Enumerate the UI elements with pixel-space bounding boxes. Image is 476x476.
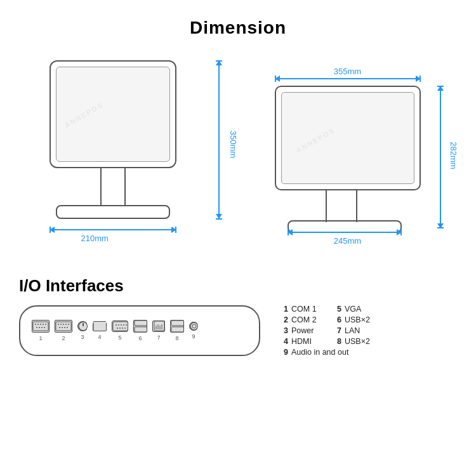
- legend-item-4: 4 HDMI: [279, 337, 317, 346]
- io-content: 1 2 3: [19, 305, 457, 357]
- dim-line-vertical: [218, 60, 220, 219]
- port-7-num: 7: [157, 334, 160, 341]
- legend-label-5: VGA: [345, 305, 361, 314]
- screen-side: [281, 92, 414, 184]
- dim-line-horizontal: [50, 229, 176, 230]
- legend-num-8: 8: [333, 337, 341, 346]
- legend-item-9: 9 Audio in and out: [279, 348, 370, 357]
- svg-rect-35: [154, 321, 164, 331]
- svg-point-6: [36, 327, 37, 328]
- svg-rect-10: [56, 322, 71, 331]
- legend-item-8: 8 USB×2: [333, 337, 370, 346]
- port-8-group: 8: [170, 320, 184, 341]
- legend-label-3: Power: [291, 326, 314, 335]
- svg-rect-0: [33, 322, 48, 331]
- svg-point-11: [58, 324, 59, 325]
- dim-label-height: 350mm: [228, 131, 238, 158]
- svg-point-18: [64, 327, 65, 328]
- side-view: 355mm 282mm 245mm ANNEPOS: [249, 60, 446, 251]
- port-serial-2: [55, 320, 72, 333]
- svg-point-7: [39, 327, 40, 328]
- svg-rect-33: [135, 321, 147, 326]
- port-6-group: 6: [133, 320, 147, 341]
- legend-label-4: HDMI: [291, 337, 312, 346]
- legend-label-2: COM 2: [291, 315, 317, 324]
- svg-point-2: [37, 324, 39, 325]
- svg-point-9: [44, 327, 45, 328]
- svg-point-29: [117, 327, 118, 329]
- legend-item-7: 7 LAN: [333, 326, 370, 335]
- svg-point-25: [118, 324, 119, 326]
- page-title: Dimension: [0, 0, 476, 38]
- io-title: I/O Interfaces: [19, 276, 457, 296]
- svg-point-27: [123, 324, 124, 326]
- legend-num-7: 7: [333, 326, 341, 335]
- svg-point-28: [126, 324, 127, 326]
- svg-point-5: [45, 324, 46, 325]
- dim-label-width-base: 245mm: [334, 236, 361, 246]
- svg-point-24: [116, 324, 117, 326]
- monitor-side: [275, 86, 421, 190]
- svg-point-1: [35, 324, 36, 325]
- svg-point-4: [43, 324, 44, 325]
- neck-front: [100, 168, 126, 206]
- legend-num-1: 1: [279, 305, 288, 314]
- dim-label-height-side: 282mm: [449, 142, 458, 169]
- port-9-group: 9: [189, 322, 198, 340]
- port-4-group: 4: [93, 321, 107, 340]
- legend-label-8: USB×2: [345, 337, 370, 346]
- dimension-section: 350mm 210mm ANNEPOS 355mm 282mm 245mm: [0, 38, 476, 267]
- io-legend: 1 COM 1 5 VGA 2 COM 2 6 USB×2 3 Power 7 …: [279, 305, 370, 357]
- neck-side: [326, 190, 357, 222]
- port-3-num: 3: [81, 334, 84, 340]
- legend-label-9: Audio in and out: [291, 348, 348, 357]
- legend-num-4: 4: [279, 337, 288, 346]
- port-vga: [112, 321, 128, 332]
- screen-front: [56, 67, 170, 162]
- port-usb-8: [170, 320, 184, 333]
- port-diagram: 1 2 3: [19, 305, 260, 356]
- dim-label-width-bottom: 210mm: [81, 234, 109, 243]
- legend-item-2: 2 COM 2: [279, 315, 317, 324]
- dim-line-right-v: [440, 86, 441, 228]
- svg-point-15: [68, 324, 69, 325]
- dim-line-top-h: [275, 78, 421, 79]
- legend-item-5: 5 VGA: [333, 305, 370, 314]
- base-side: [288, 220, 402, 233]
- svg-point-43: [192, 324, 196, 328]
- svg-rect-40: [171, 321, 183, 326]
- monitor-front: [50, 60, 176, 168]
- port-9-num: 9: [192, 333, 195, 340]
- port-5-group: 5: [112, 321, 128, 341]
- svg-point-13: [63, 324, 64, 325]
- io-section: I/O Interfaces 1: [0, 267, 476, 363]
- legend-item-1: 1 COM 1: [279, 305, 317, 314]
- svg-point-19: [67, 327, 68, 328]
- port-3-group: 3: [77, 321, 88, 340]
- legend-num-9: 9: [279, 348, 288, 357]
- port-power: [77, 321, 88, 331]
- legend-label-7: LAN: [345, 326, 360, 335]
- port-hdmi: [93, 321, 107, 331]
- front-view: 350mm 210mm ANNEPOS: [30, 60, 227, 251]
- svg-point-30: [119, 327, 121, 329]
- svg-point-12: [60, 324, 62, 325]
- svg-point-31: [122, 327, 123, 329]
- legend-num-3: 3: [279, 326, 288, 335]
- svg-rect-41: [171, 327, 183, 332]
- port-2-group: 2: [55, 320, 72, 341]
- port-serial-1: [32, 320, 50, 333]
- dim-line-bottom-h: [288, 232, 402, 233]
- svg-rect-23: [113, 322, 128, 331]
- legend-item-6: 6 USB×2: [333, 315, 370, 324]
- port-1-num: 1: [39, 335, 42, 341]
- port-rj45: [152, 321, 165, 332]
- legend-item-3: 3 Power: [279, 326, 317, 335]
- dim-label-width-top: 355mm: [334, 67, 361, 76]
- legend-num-2: 2: [279, 315, 288, 324]
- port-usb-6: [133, 320, 147, 333]
- port-7-group: 7: [152, 321, 165, 341]
- legend-num-6: 6: [333, 315, 341, 324]
- port-5-num: 5: [118, 334, 121, 341]
- svg-point-32: [124, 327, 126, 329]
